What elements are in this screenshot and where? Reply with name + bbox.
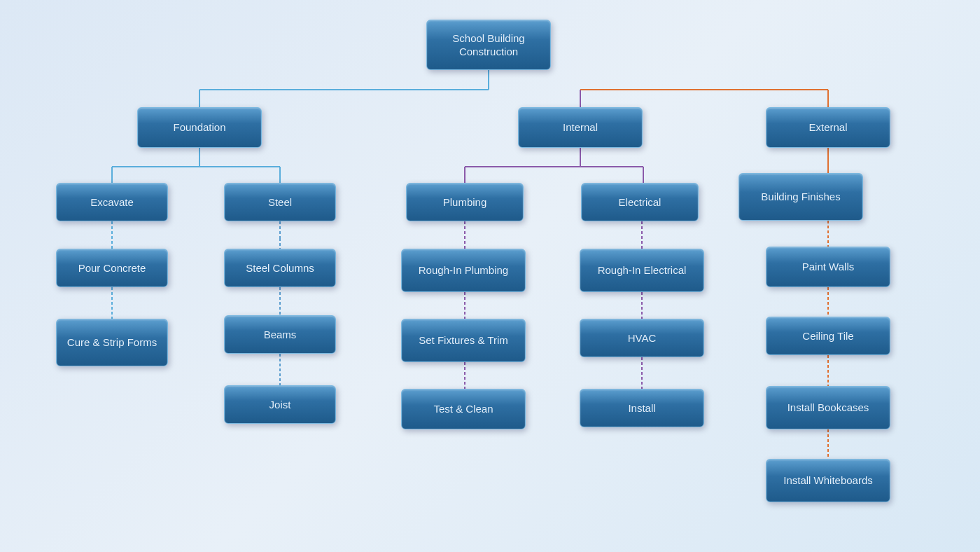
node-steel-columns: Steel Columns — [224, 249, 336, 287]
node-foundation: Foundation — [137, 107, 262, 148]
node-install: Install — [580, 389, 704, 427]
node-beams: Beams — [224, 315, 336, 354]
node-joist: Joist — [224, 385, 336, 424]
node-building-finishes: Building Finishes — [738, 173, 863, 221]
node-internal: Internal — [518, 107, 643, 148]
node-electrical: Electrical — [581, 183, 699, 221]
node-paint-walls: Paint Walls — [766, 247, 890, 287]
node-steel: Steel — [224, 183, 336, 221]
node-pour-concrete: Pour Concrete — [56, 249, 168, 287]
node-rough-in-plumbing: Rough-In Plumbing — [401, 249, 526, 292]
node-excavate: Excavate — [56, 183, 168, 221]
chart-container: School Building Construction Foundation … — [0, 0, 980, 552]
node-hvac: HVAC — [580, 319, 704, 357]
node-cure-strip: Cure & Strip Forms — [56, 319, 168, 366]
node-install-bookcases: Install Bookcases — [766, 386, 890, 429]
node-install-whiteboards: Install Whiteboards — [766, 459, 890, 502]
node-test-clean: Test & Clean — [401, 389, 526, 429]
node-external: External — [766, 107, 890, 148]
node-set-fixtures: Set Fixtures & Trim — [401, 319, 526, 362]
node-plumbing: Plumbing — [406, 183, 524, 221]
node-rough-in-elec: Rough-In Electrical — [580, 249, 704, 292]
node-ceiling-tile: Ceiling Tile — [766, 317, 890, 355]
node-root: School Building Construction — [426, 20, 551, 70]
